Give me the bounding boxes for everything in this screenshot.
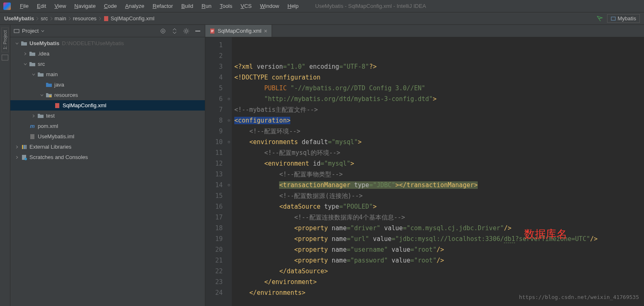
build-icon[interactable] (596, 15, 603, 22)
code-line[interactable]: <!--配置事物类型--> (234, 169, 644, 180)
code-line[interactable]: <environments default="mysql"> (234, 137, 644, 147)
fold-marker[interactable] (226, 190, 232, 201)
tree-chevron-icon[interactable] (39, 93, 45, 97)
expand-all-icon[interactable] (171, 27, 178, 35)
tree-row[interactable]: SqlMapConfig.xml (10, 100, 205, 111)
tree-row[interactable]: resources (10, 90, 205, 100)
project-panel-title[interactable]: Project (22, 28, 39, 34)
menu-tools[interactable]: Tools (216, 1, 236, 11)
fold-marker[interactable]: ⊖ (226, 137, 232, 147)
menu-file[interactable]: File (16, 1, 33, 11)
menu-edit[interactable]: Edit (33, 1, 50, 11)
fold-marker[interactable] (226, 104, 232, 115)
code-area[interactable]: <?xml version="1.0" encoding="UTF-8"?><!… (232, 37, 644, 306)
code-line[interactable]: <property name="username" value="root"/> (234, 244, 644, 255)
fold-marker[interactable] (226, 169, 232, 180)
fold-marker[interactable] (226, 244, 232, 255)
code-line[interactable]: </dataSource> (234, 266, 644, 277)
code-line[interactable]: <!--mybatis主配置文件--> (234, 104, 644, 115)
fold-marker[interactable] (226, 223, 232, 234)
fold-marker[interactable] (226, 201, 232, 212)
tree-row[interactable]: External Libraries (10, 142, 205, 152)
fold-marker[interactable] (226, 266, 232, 277)
menu-run[interactable]: Run (197, 1, 216, 11)
tree-row[interactable]: .idea (10, 48, 205, 59)
code-line[interactable]: PUBLIC "-//mybatis.org//DTD Config 3.0//… (234, 83, 644, 94)
tree-chevron-icon[interactable] (22, 62, 29, 66)
tree-row[interactable]: test (10, 111, 205, 121)
menu-window[interactable]: Window (256, 1, 283, 11)
menu-help[interactable]: Help (283, 1, 303, 11)
code-line[interactable]: <dataSource type="POOLED"> (234, 201, 644, 212)
tree-chevron-icon[interactable] (30, 114, 37, 118)
tree-row[interactable]: main (10, 69, 205, 80)
fold-gutter[interactable]: ⊖⊖⊖⊖ (226, 37, 232, 306)
menu-refactor[interactable]: Refactor (148, 1, 177, 11)
tree-row[interactable]: mpom.xml (10, 121, 205, 131)
breadcrumb-item[interactable]: main (55, 15, 66, 22)
chevron-down-icon[interactable] (41, 29, 44, 33)
code-line[interactable]: <!DOCTYPE configuration (234, 72, 644, 83)
project-tree[interactable]: UseMybatisD:\NODELET\UseMybatis.ideasrcm… (10, 37, 205, 306)
menu-code[interactable]: Code (100, 1, 121, 11)
fold-marker[interactable] (226, 287, 232, 298)
fold-marker[interactable] (226, 255, 232, 266)
tree-row[interactable]: UseMybatisD:\NODELET\UseMybatis (10, 38, 205, 48)
fold-marker[interactable] (226, 83, 232, 94)
tree-chevron-icon[interactable] (22, 52, 29, 56)
fold-marker[interactable] (226, 51, 232, 61)
fold-marker[interactable] (226, 72, 232, 83)
tool-window-mybatis[interactable]: Mybatis (607, 14, 640, 23)
tree-row[interactable]: Scratches and Consoles (10, 152, 205, 162)
locate-icon[interactable] (159, 27, 167, 35)
menu-analyze[interactable]: Analyze (121, 1, 148, 11)
code-line[interactable]: <configuration> (234, 115, 644, 126)
code-line[interactable]: </environment> (234, 277, 644, 287)
tree-chevron-icon[interactable] (30, 72, 37, 77)
fold-marker[interactable] (226, 126, 232, 137)
fold-marker[interactable] (226, 147, 232, 158)
code-line[interactable]: <!--配置连接数据库的4个基本信息--> (234, 212, 644, 223)
hide-panel-icon[interactable] (194, 27, 202, 35)
fold-marker[interactable]: ⊖ (226, 94, 232, 104)
tree-row[interactable]: UseMybatis.iml (10, 131, 205, 142)
close-tab-icon[interactable]: × (264, 28, 267, 34)
code-line[interactable]: <environment id="mysql"> (234, 158, 644, 169)
editor-body[interactable]: 123456789101112131415161718192021222324 … (205, 37, 644, 306)
fold-marker[interactable] (226, 212, 232, 223)
fold-marker[interactable]: ⊖ (226, 180, 232, 190)
tree-row[interactable]: src (10, 59, 205, 69)
fold-marker[interactable] (226, 40, 232, 51)
code-line[interactable]: <property name="url" value="jdbc:mysql:/… (234, 234, 644, 244)
file-tab-sqlmapconfig[interactable]: SqlMapConfig.xml × (205, 25, 272, 37)
code-line[interactable]: <!--配置环境--> (234, 126, 644, 137)
code-line[interactable]: <!--配置mysql的环境--> (234, 147, 644, 158)
menu-navigate[interactable]: Navigate (70, 1, 100, 11)
breadcrumb-item[interactable]: resources (73, 15, 97, 22)
tree-chevron-icon[interactable] (14, 155, 20, 159)
fold-marker[interactable] (226, 234, 232, 244)
breadcrumb-file[interactable]: SqlMapConfig.xml (103, 15, 155, 22)
fold-marker[interactable] (226, 61, 232, 72)
menu-view[interactable]: View (50, 1, 70, 11)
code-line[interactable]: <transactionManager type="JDBC"></transa… (234, 180, 644, 190)
fold-marker[interactable]: ⊖ (226, 115, 232, 126)
code-line[interactable]: "http://mybatis.org/dtd/mybatis-3-config… (234, 94, 644, 104)
menu-vcs[interactable]: VCS (236, 1, 256, 11)
code-line[interactable]: <?xml version="1.0" encoding="UTF-8"?> (234, 61, 644, 72)
fold-marker[interactable] (226, 158, 232, 169)
breadcrumb-item[interactable]: src (41, 15, 48, 22)
tree-chevron-icon[interactable] (14, 145, 20, 149)
code-line[interactable]: <property name="driver" value="com.mysql… (234, 223, 644, 234)
tree-row[interactable]: java (10, 80, 205, 90)
breadcrumb-item[interactable]: UseMybatis (4, 15, 34, 22)
code-line[interactable]: <property name="password" value="root"/> (234, 255, 644, 266)
menu-build[interactable]: Build (177, 1, 197, 11)
gear-icon[interactable] (182, 27, 190, 35)
fold-marker[interactable] (226, 277, 232, 287)
tool-window-project-tab[interactable]: 1: Project (1, 27, 9, 52)
code-line[interactable]: <!--配置数据源(连接池)--> (234, 190, 644, 201)
tree-chevron-icon[interactable] (14, 41, 20, 46)
structure-tool-icon[interactable] (2, 55, 8, 60)
project-dropdown-icon[interactable] (14, 28, 19, 34)
